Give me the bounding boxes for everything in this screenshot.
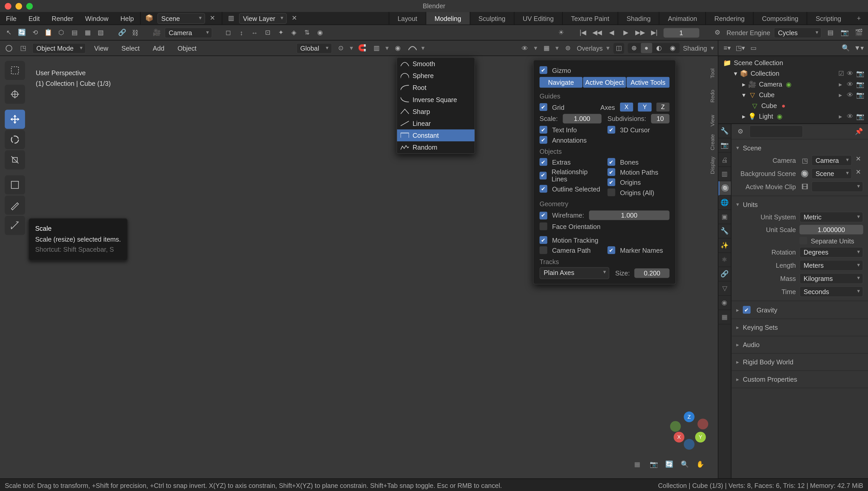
disable-icon[interactable]: 📷 [856, 80, 863, 88]
scene-panel-header[interactable]: Scene [736, 142, 863, 154]
gizmo-navigate-button[interactable]: Navigate [539, 77, 582, 88]
pin-icon[interactable]: 📌 [854, 126, 865, 137]
snap-icon[interactable]: 🧲 [357, 42, 368, 54]
tool-move[interactable] [5, 110, 25, 129]
th-icon-7[interactable]: ⇅ [302, 27, 312, 38]
shade-wire-icon[interactable]: ⊕ [628, 43, 640, 53]
jump-start-icon[interactable]: |◀ [577, 27, 588, 38]
camera-dropdown[interactable]: Camera [164, 27, 212, 38]
tab-compositing[interactable]: Compositing [753, 12, 807, 24]
hide-icon[interactable]: 👁 [846, 112, 854, 120]
select-menu[interactable]: Select [117, 45, 144, 52]
cursor3d-check[interactable]: ✔ [608, 126, 615, 134]
editor-type-icon[interactable] [4, 42, 14, 54]
tree-row-cube-data[interactable]: ▽ Cube ● [721, 100, 866, 111]
bg-scene-field[interactable]: Scene [811, 168, 852, 179]
hide-icon[interactable]: 👁 [846, 80, 854, 88]
selectable-icon[interactable]: ▸ [837, 80, 844, 88]
tab-sculpting[interactable]: Sculpting [469, 12, 514, 24]
th-icon-1[interactable]: ◻ [223, 27, 234, 38]
shade-mat-icon[interactable]: ◐ [653, 43, 666, 53]
prop-tab-tool[interactable]: 🔧 [718, 124, 731, 138]
prop-tab-physics[interactable]: ⚛ [718, 253, 731, 267]
th-icon-6[interactable]: ◈ [289, 27, 299, 38]
tree-row-light[interactable]: ▸ 💡 Light ◉ ▸👁📷 [721, 111, 866, 122]
disable-icon[interactable]: 📷 [856, 91, 863, 99]
gizmo-toggle-icon[interactable]: ▦ [541, 42, 552, 54]
outliner-funnel-icon[interactable]: ▼▾ [854, 42, 865, 54]
add-menu[interactable]: Add [148, 45, 169, 52]
vtab-redo[interactable]: Redo [707, 92, 718, 103]
orientation-dropdown[interactable]: Global [296, 42, 332, 54]
xray-toggle[interactable]: ◫ [613, 42, 624, 54]
length-dropdown[interactable]: Meters [800, 260, 863, 271]
tab-scripting[interactable]: Scripting [807, 12, 850, 24]
vtab-create[interactable]: Create [707, 140, 718, 150]
keying-panel-header[interactable]: Keying Sets [736, 321, 863, 334]
vtab-tool[interactable]: Tool [707, 68, 718, 79]
tree-row-camera[interactable]: ▸ 🎥 Camera ◉ ▸👁📷 [721, 79, 866, 90]
tree-row-cube[interactable]: ▾ ▽ Cube ▸👁📷 [721, 89, 866, 100]
close-icon[interactable] [5, 3, 11, 9]
properties-editor-type-icon[interactable]: ⚙ [735, 126, 746, 137]
tab-layout[interactable]: Layout [389, 12, 425, 24]
shape-icon[interactable]: ⬡ [56, 27, 67, 38]
prev-key-icon[interactable]: ◀◀ [592, 27, 603, 38]
prop-tab-scene[interactable]: 🔘 [718, 181, 731, 196]
copy-icon[interactable]: 📋 [43, 27, 54, 38]
scene-dropdown[interactable]: Scene [157, 13, 205, 24]
wireframe-field[interactable]: 1.000 [589, 211, 669, 220]
tab-shading[interactable]: Shading [618, 12, 659, 24]
th-icon-4[interactable]: ⊡ [262, 27, 273, 38]
render-engine-dropdown[interactable]: Cycles [774, 27, 821, 38]
viewport-grid-icon[interactable]: ▦ [634, 461, 645, 471]
falloff-random[interactable]: Random [397, 141, 475, 153]
view-menu[interactable]: View [89, 45, 113, 52]
render-icon[interactable]: ⚙ [712, 27, 723, 38]
falloff-inverse-square[interactable]: Inverse Square [397, 93, 475, 106]
rotation-dropdown[interactable]: Degrees [800, 247, 863, 258]
sun-icon[interactable]: ☀ [556, 27, 567, 38]
prop-tab-constraint[interactable]: 🔗 [718, 267, 731, 282]
tool-select-box[interactable] [5, 61, 25, 80]
scale-field[interactable]: 1.000 [562, 114, 601, 123]
gravity-panel-header[interactable]: ✔Gravity [736, 304, 863, 316]
jump-end-icon[interactable]: ▶| [649, 27, 660, 38]
tab-texture-paint[interactable]: Texture Paint [562, 12, 618, 24]
outliner-display-mode-icon[interactable]: ◳▾ [735, 42, 746, 54]
tree-row-collection[interactable]: ▾ 📦 Collection ☑👁📷 [721, 68, 866, 79]
viewport-zoom-icon[interactable]: 🔍 [681, 461, 692, 471]
tree-row-scene-collection[interactable]: 📁 Scene Collection [721, 57, 866, 68]
viewlayer-dropdown[interactable]: View Layer [239, 13, 287, 24]
extras-check[interactable]: ✔ [539, 158, 547, 166]
prop-tab-data[interactable]: ▽ [718, 282, 731, 296]
exclude-icon[interactable]: ☑ [838, 69, 844, 77]
viewlayer-remove-icon[interactable]: ✕ [289, 13, 300, 24]
prop-tab-output[interactable]: 🖨 [718, 153, 731, 167]
tab-rendering[interactable]: Rendering [706, 12, 753, 24]
unit-scale-field[interactable]: 1.000000 [800, 225, 863, 234]
th-render-2[interactable]: 📷 [839, 27, 850, 38]
tab-modeling[interactable]: Modeling [425, 12, 469, 24]
tool-scale[interactable] [5, 150, 25, 170]
disable-icon[interactable]: 📷 [856, 69, 863, 77]
axis-y-handle[interactable]: Y [695, 432, 706, 443]
maximize-icon[interactable] [26, 3, 33, 9]
marker-names-check[interactable]: ✔ [608, 246, 615, 254]
menu-help[interactable]: Help [115, 12, 140, 24]
unit-system-dropdown[interactable]: Metric [800, 212, 863, 223]
axis-z-handle[interactable]: Z [684, 411, 695, 422]
selectable-icon[interactable]: ▸ [837, 112, 844, 120]
sync-icon[interactable]: 🔄 [17, 27, 28, 38]
bones-check[interactable]: ✔ [608, 158, 615, 166]
outline-sel-check[interactable]: ✔ [539, 185, 547, 193]
camera-field[interactable]: Camera [811, 155, 852, 166]
next-key-icon[interactable]: ▶▶ [635, 27, 646, 38]
tab-uv-editing[interactable]: UV Editing [514, 12, 562, 24]
shade-solid-icon[interactable]: ● [641, 43, 652, 53]
tracks-type-dropdown[interactable]: Plain Axes [539, 267, 609, 279]
xray-icon[interactable]: ◫ [613, 42, 624, 54]
cursor-icon[interactable]: ↖ [4, 27, 14, 38]
prop-tab-particle[interactable]: ✨ [718, 238, 731, 253]
annotations-check[interactable]: ✔ [539, 136, 547, 144]
